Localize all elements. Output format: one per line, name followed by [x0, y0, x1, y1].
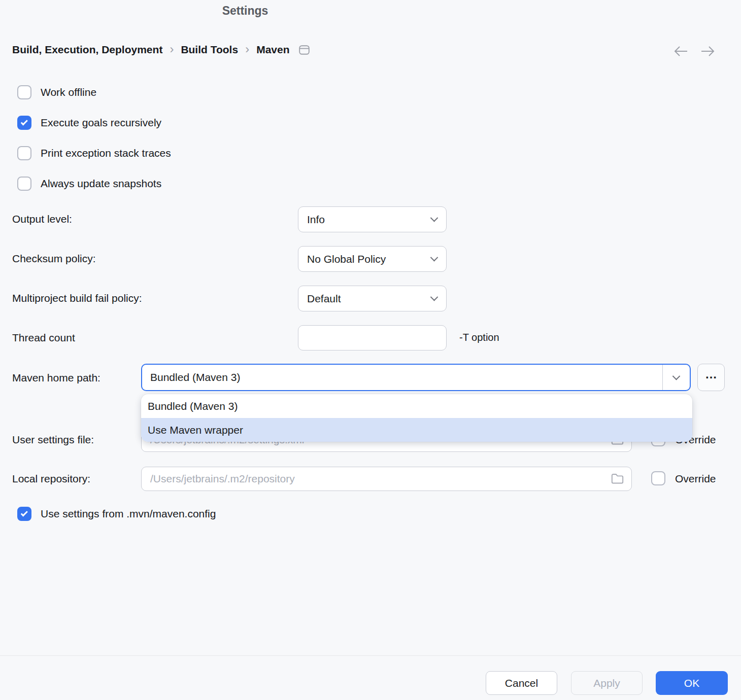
maven-home-path-label: Maven home path:	[12, 372, 100, 384]
breadcrumb: Build, Execution, Deployment › Build Too…	[12, 42, 310, 57]
footer-divider	[0, 655, 741, 656]
checkbox-box	[17, 85, 31, 99]
user-settings-file-label: User settings file:	[12, 434, 94, 446]
checkbox-box	[17, 146, 31, 160]
local-repository-value: /Users/jetbrains/.m2/repository	[150, 473, 611, 485]
checksum-policy-select[interactable]: No Global Policy	[298, 246, 447, 272]
check-icon	[20, 118, 27, 125]
multiproject-build-fail-policy-select[interactable]: Default	[298, 286, 447, 311]
folder-icon[interactable]	[611, 473, 624, 485]
chevron-down-icon	[430, 293, 439, 301]
thread-count-hint: -T option	[459, 332, 499, 343]
checkbox-label: Print exception stack traces	[41, 147, 171, 159]
checkbox-box	[17, 177, 31, 191]
checkbox-label: Execute goals recursively	[41, 117, 161, 129]
breadcrumb-item-maven[interactable]: Maven	[256, 44, 289, 56]
checkbox-label: Work offline	[41, 86, 96, 98]
check-icon	[20, 509, 27, 516]
chevron-down-icon	[430, 214, 439, 222]
ok-button[interactable]: OK	[656, 671, 728, 695]
maven-home-path-combobox[interactable]: Bundled (Maven 3)	[141, 364, 691, 391]
combobox-value: Bundled (Maven 3)	[142, 371, 662, 383]
multiproject-build-fail-policy-label: Multiproject build fail policy:	[12, 292, 142, 304]
chevron-right-icon: ›	[170, 43, 174, 57]
output-level-label: Output level:	[12, 213, 72, 225]
checkbox-execute-goals-recursively[interactable]: Execute goals recursively	[17, 116, 161, 130]
checkbox-work-offline[interactable]: Work offline	[17, 85, 96, 99]
select-value: Default	[307, 293, 341, 305]
cancel-button[interactable]: Cancel	[486, 671, 557, 695]
combobox-expand-button[interactable]	[662, 365, 690, 390]
browse-maven-home-button[interactable]: …	[697, 364, 725, 391]
checkbox-label: Always update snapshots	[41, 178, 161, 190]
select-value: No Global Policy	[307, 253, 386, 265]
maven-home-dropdown-popup: Bundled (Maven 3) Use Maven wrapper	[141, 394, 692, 442]
chevron-down-icon	[672, 372, 681, 380]
apply-button[interactable]: Apply	[571, 671, 643, 695]
checkbox-use-settings-from-mvn-maven-config[interactable]: Use settings from .mvn/maven.config	[17, 507, 216, 521]
chevron-down-icon	[430, 254, 439, 262]
breadcrumb-item-build-tools[interactable]: Build Tools	[181, 44, 238, 56]
checkbox-box	[17, 507, 31, 521]
select-value: Info	[307, 214, 325, 226]
checksum-policy-label: Checksum policy:	[12, 253, 96, 265]
output-level-select[interactable]: Info	[298, 206, 447, 232]
chevron-right-icon: ›	[245, 43, 249, 57]
breadcrumb-item-build-execution-deployment[interactable]: Build, Execution, Deployment	[12, 44, 162, 56]
thread-count-label: Thread count	[12, 332, 75, 344]
local-repository-override-label: Override	[675, 473, 716, 485]
checkbox-label: Use settings from .mvn/maven.config	[41, 508, 216, 520]
dropdown-option-bundled-maven-3[interactable]: Bundled (Maven 3)	[141, 394, 692, 418]
dropdown-option-use-maven-wrapper[interactable]: Use Maven wrapper	[141, 418, 692, 442]
local-repository-field[interactable]: /Users/jetbrains/.m2/repository	[141, 467, 632, 491]
settings-dialog: Settings Build, Execution, Deployment › …	[0, 0, 741, 700]
local-repository-label: Local repository:	[12, 473, 90, 485]
window-frame-icon	[299, 45, 310, 55]
local-repository-override-checkbox[interactable]	[651, 471, 665, 485]
navigate-back-icon[interactable]	[673, 45, 689, 58]
checkbox-always-update-snapshots[interactable]: Always update snapshots	[17, 177, 161, 191]
page-title: Settings	[0, 4, 490, 18]
navigate-forward-icon[interactable]	[699, 45, 716, 58]
thread-count-input[interactable]	[298, 325, 447, 351]
checkbox-print-exception-stack-traces[interactable]: Print exception stack traces	[17, 146, 171, 160]
checkbox-box	[17, 116, 31, 130]
